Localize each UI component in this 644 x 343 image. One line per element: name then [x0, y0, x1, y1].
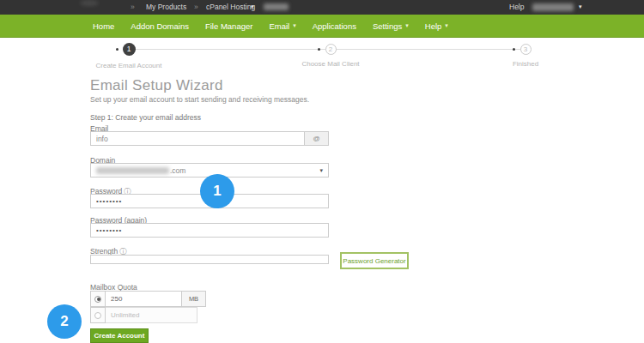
nav-item-applications[interactable]: Applications	[313, 21, 356, 31]
chevron-down-icon: ▾	[319, 167, 323, 174]
logo-blurred	[80, 0, 99, 6]
step-dot	[513, 48, 515, 51]
step-label: Choose Mail Client	[270, 60, 391, 68]
chevron-down-icon: ▾	[445, 22, 448, 29]
annotation-badge-2: 2	[47, 304, 82, 339]
wizard-step-1: 1 Create Email Account	[69, 43, 189, 69]
chevron-down-icon[interactable]: ▾	[251, 3, 254, 10]
breadcrumb-cpanel-hosting[interactable]: cPanel Hosting	[206, 3, 255, 12]
email-input[interactable]	[90, 131, 305, 146]
create-account-button[interactable]: Create Account	[90, 328, 149, 343]
chevron-down-icon: ▾	[405, 22, 409, 29]
nav-item-addon-domains[interactable]: Addon Domains	[131, 21, 189, 31]
password-again-input[interactable]	[90, 223, 329, 238]
wizard-step-2: 2 Choose Mail Client	[270, 43, 391, 68]
breadcrumb-redacted-item	[264, 3, 289, 10]
username-redacted	[532, 3, 574, 11]
annotation-badge-1: 1	[200, 174, 234, 208]
step-dot	[116, 48, 118, 51]
nav-label: Home	[93, 21, 114, 31]
domain-redacted	[96, 167, 169, 174]
nav-item-file-manager[interactable]: File Manager	[205, 21, 252, 31]
main-navbar: Home Addon Domains File Manager Email▾ A…	[0, 15, 644, 38]
nav-label: Email	[269, 21, 289, 31]
quota-fixed-radio[interactable]	[90, 291, 106, 307]
quota-value-input[interactable]	[106, 291, 182, 307]
step-heading: Step 1: Create your email address	[90, 113, 201, 122]
password-generator-button[interactable]: Password Generator	[340, 252, 409, 269]
breadcrumb-separator-icon: »	[194, 3, 198, 12]
nav-label: File Manager	[205, 21, 252, 31]
nav-label: Help	[425, 21, 442, 31]
nav-item-email[interactable]: Email▾	[269, 21, 295, 31]
at-sign-addon: @	[305, 131, 329, 146]
strength-meter	[90, 255, 329, 264]
top-account-bar: » My Products » cPanel Hosting ▾ Help ▾	[0, 0, 644, 15]
breadcrumb-my-products[interactable]: My Products	[146, 3, 186, 12]
step-circle: 2	[325, 44, 337, 55]
wizard-content: Email Setup Wizard Set up your email acc…	[0, 70, 644, 343]
wizard-step-3: 3 Finished	[465, 43, 586, 68]
chevron-down-icon[interactable]: ▾	[579, 3, 582, 10]
nav-label: Addon Domains	[131, 21, 189, 31]
topbar-help-link[interactable]: Help	[509, 3, 524, 12]
chevron-down-icon: ▾	[293, 22, 296, 29]
step-label: Finished	[465, 60, 586, 68]
radio-unselected-icon	[94, 312, 101, 319]
nav-item-settings[interactable]: Settings▾	[373, 21, 409, 31]
radio-selected-icon	[94, 296, 101, 303]
breadcrumb-separator-icon: »	[131, 3, 135, 12]
nav-label: Settings	[373, 21, 402, 31]
nav-label: Applications	[313, 21, 356, 31]
nav-item-help[interactable]: Help▾	[425, 21, 448, 31]
step-dot	[318, 48, 320, 51]
domain-suffix: .com	[170, 166, 185, 175]
step-label: Create Email Account	[69, 62, 189, 69]
quota-unlimited-field: Unlimited	[106, 307, 197, 323]
quota-unlimited-radio[interactable]	[90, 307, 106, 323]
step-circle: 3	[520, 44, 532, 55]
step-circle: 1	[123, 43, 136, 56]
wizard-progress: 1 Create Email Account 2 Choose Mail Cli…	[0, 43, 644, 70]
email-setup-wizard-page: » My Products » cPanel Hosting ▾ Help ▾ …	[0, 0, 644, 343]
quota-unit-addon: MB	[182, 291, 206, 307]
page-subtitle: Set up your email account to start sendi…	[90, 95, 309, 104]
page-title: Email Setup Wizard	[90, 77, 223, 94]
nav-item-home[interactable]: Home	[93, 21, 114, 31]
